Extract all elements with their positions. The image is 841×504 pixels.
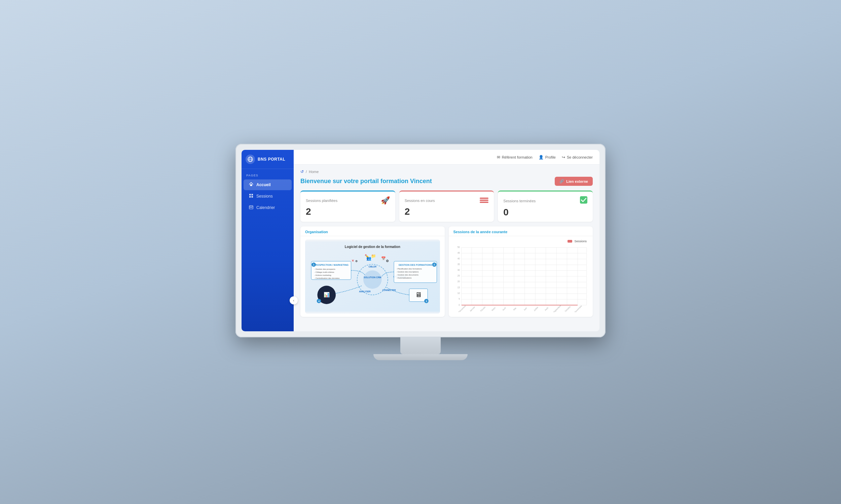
svg-text:📊: 📊 xyxy=(324,292,330,298)
org-diagram: Logiciel de gestion de la formation SOLU… xyxy=(305,239,440,313)
ongoing-icon xyxy=(480,196,488,205)
svg-text:- Gestion des prospects: - Gestion des prospects xyxy=(314,268,335,270)
svg-text:Novembre: Novembre xyxy=(574,304,583,312)
svg-text:- Centralisation des données: - Centralisation des données xyxy=(314,277,340,279)
profile-link[interactable]: 👤 Profile xyxy=(538,155,556,160)
link-icon: 🔗 xyxy=(560,179,564,183)
legend-sessions-label: Sessions xyxy=(574,239,587,243)
svg-rect-16 xyxy=(480,202,488,203)
page-title-row: Bienvenue sur votre portail formation Vi… xyxy=(301,177,593,186)
svg-text:GESTION DES FORMATIONS: GESTION DES FORMATIONS xyxy=(399,264,432,267)
svg-text:Mars: Mars xyxy=(491,306,496,311)
svg-text:40: 40 xyxy=(457,257,460,260)
external-link-button[interactable]: 🔗 Lien externe xyxy=(555,177,593,186)
page-area: ↺ / Home Bienvenue sur votre portail for… xyxy=(294,165,599,331)
sidebar-item-calendrier[interactable]: Calendrier xyxy=(243,202,292,213)
svg-text:10: 10 xyxy=(457,292,460,294)
svg-text:Juin: Juin xyxy=(523,306,527,311)
logo-icon xyxy=(245,155,255,164)
svg-text:SOLUTION CRM: SOLUTION CRM xyxy=(364,276,381,278)
svg-text:20: 20 xyxy=(457,280,460,283)
stat-card-planned: Sessions planifiées 🚀 2 xyxy=(301,191,395,222)
logout-label: Se déconnecter xyxy=(567,155,593,159)
referent-formation-link[interactable]: ✉ Référent formation xyxy=(497,155,533,160)
app-name: BNS PORTAL xyxy=(258,157,285,162)
monitor-wrapper: BNS PORTAL PAGES Accueil xyxy=(236,144,605,360)
svg-text:Septembre: Septembre xyxy=(552,304,562,312)
sidebar: BNS PORTAL PAGES Accueil xyxy=(242,150,294,331)
svg-rect-12 xyxy=(250,207,251,208)
svg-rect-5 xyxy=(251,194,253,196)
sidebar-label-calendrier: Calendrier xyxy=(256,205,275,210)
sidebar-label-sessions: Sessions xyxy=(256,194,273,199)
stat-label-ongoing: Sessions en cours xyxy=(405,199,435,203)
sidebar-label-accueil: Accueil xyxy=(256,182,271,187)
svg-text:Février: Février xyxy=(480,306,486,312)
stat-label-planned: Sessions planifiées xyxy=(306,199,338,203)
calendar-icon xyxy=(248,205,254,210)
stat-header-ongoing: Sessions en cours xyxy=(405,196,489,205)
chart-legend: Sessions xyxy=(453,239,588,243)
svg-text:Janvier: Janvier xyxy=(469,306,475,312)
svg-text:- Gestion des documents: - Gestion des documents xyxy=(396,274,418,276)
back-icon[interactable]: ↺ xyxy=(301,169,304,174)
stat-header-completed: Sessions terminées xyxy=(503,196,587,205)
svg-text:CIBLER: CIBLER xyxy=(368,266,376,268)
svg-text:- Automatisations: - Automatisations xyxy=(396,277,411,279)
sidebar-section-label: PAGES xyxy=(242,169,294,179)
svg-text:- Planification des formations: - Planification des formations xyxy=(396,268,422,270)
stat-cards: Sessions planifiées 🚀 2 Sessions en cour… xyxy=(301,191,593,222)
checkmark-icon xyxy=(580,196,587,205)
svg-text:35: 35 xyxy=(457,263,460,266)
svg-text:45: 45 xyxy=(457,252,460,254)
svg-text:5: 5 xyxy=(459,298,460,300)
svg-text:Juillet: Juillet xyxy=(533,306,538,311)
svg-text:3: 3 xyxy=(426,300,427,303)
svg-text:4: 4 xyxy=(318,300,320,303)
svg-text:25: 25 xyxy=(457,274,460,277)
rocket-icon: 🚀 xyxy=(381,196,390,205)
screen-inner: BNS PORTAL PAGES Accueil xyxy=(242,150,599,331)
organisation-panel: Organisation xyxy=(301,227,445,317)
svg-text:PROSPECTION / MARKETING: PROSPECTION / MARKETING xyxy=(314,264,348,267)
svg-text:📅: 📅 xyxy=(381,256,386,261)
profile-label: Profile xyxy=(545,155,556,159)
svg-text:Avril: Avril xyxy=(501,307,506,311)
chart-area: 0 5 10 15 20 25 30 35 40 xyxy=(453,245,588,312)
sidebar-item-sessions[interactable]: Sessions xyxy=(243,191,292,202)
chart-panel: Sessions de la année courante Sessions xyxy=(449,227,593,317)
monitor-stand-base xyxy=(373,354,468,360)
svg-text:Août: Août xyxy=(544,306,549,311)
organisation-panel-header: Organisation xyxy=(301,227,445,236)
svg-text:30: 30 xyxy=(457,269,460,271)
svg-rect-8 xyxy=(249,205,253,209)
svg-rect-7 xyxy=(251,196,253,198)
sidebar-item-accueil[interactable]: Accueil xyxy=(243,179,292,190)
breadcrumb-separator: / xyxy=(306,170,307,174)
page-title: Bienvenue sur votre portail formation Vi… xyxy=(301,178,432,185)
svg-text:- Actions marketing: - Actions marketing xyxy=(314,274,331,276)
svg-text:👥: 👥 xyxy=(366,256,372,261)
svg-text:Octobre: Octobre xyxy=(564,305,571,312)
logout-icon: ↪ xyxy=(562,155,565,160)
breadcrumb-home: Home xyxy=(309,170,319,174)
svg-text:Mai: Mai xyxy=(512,307,516,311)
svg-text:📁: 📁 xyxy=(371,254,376,258)
sidebar-collapse-button[interactable]: ‹ xyxy=(290,296,298,304)
main-content: ✉ Référent formation 👤 Profile ↪ Se déco… xyxy=(294,150,599,331)
svg-text:0: 0 xyxy=(459,304,460,306)
logout-link[interactable]: ↪ Se déconnecter xyxy=(562,155,593,160)
home-icon xyxy=(248,182,254,187)
svg-text:15: 15 xyxy=(457,286,460,289)
monitor-screen: BNS PORTAL PAGES Accueil xyxy=(236,144,605,337)
svg-text:- Ciblage multi-critères: - Ciblage multi-critères xyxy=(314,271,334,273)
svg-rect-6 xyxy=(249,196,251,198)
svg-text:2: 2 xyxy=(434,263,435,266)
svg-rect-15 xyxy=(480,200,488,201)
svg-text:50: 50 xyxy=(457,246,460,248)
referent-label: Référent formation xyxy=(502,155,533,159)
svg-text:✕: ✕ xyxy=(351,259,354,263)
svg-text:🖥: 🖥 xyxy=(415,291,422,299)
mail-icon: ✉ xyxy=(497,155,500,160)
stat-value-completed: 0 xyxy=(503,208,587,217)
